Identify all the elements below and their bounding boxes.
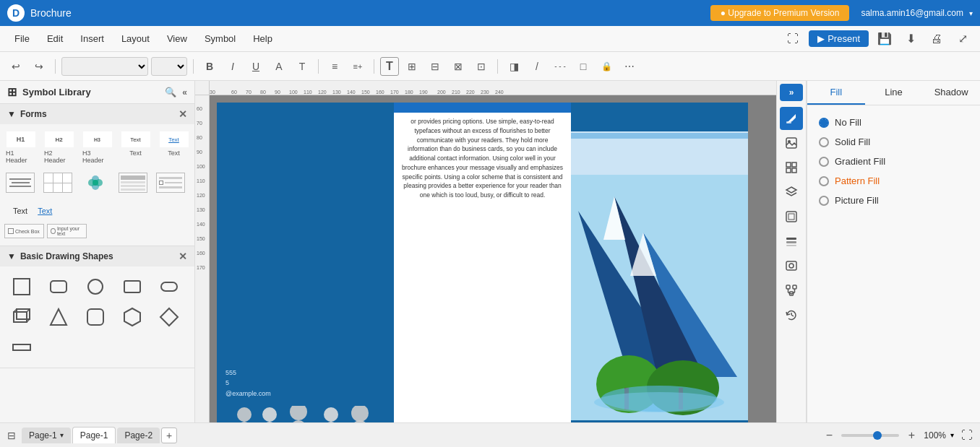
shape-diamond[interactable] — [155, 304, 184, 330]
forms-close-icon[interactable]: ✕ — [179, 108, 187, 120]
text-format-button[interactable]: ≡+ — [348, 56, 368, 77]
form-text[interactable]: Text Text — [118, 129, 153, 167]
user-menu-chevron[interactable]: ▾ — [969, 9, 973, 17]
zoom-out-button[interactable]: − — [821, 428, 837, 443]
form-image-rows[interactable] — [116, 170, 150, 196]
page-tab-chevron[interactable]: ▾ — [60, 431, 64, 439]
search-icon[interactable]: 🔍 — [165, 87, 176, 97]
form-list[interactable] — [3, 170, 38, 198]
fullscreen-expand-icon[interactable]: ⛶ — [961, 429, 973, 442]
shape-3d-rect[interactable] — [7, 304, 36, 330]
crop-button[interactable]: ⊡ — [471, 56, 491, 77]
shadow-button[interactable]: □ — [573, 56, 593, 77]
upgrade-button[interactable]: Upgrade to Premium Version — [710, 5, 850, 21]
brochure-page-right[interactable] — [571, 103, 748, 422]
photo-icon[interactable] — [780, 254, 803, 277]
form-form-prev[interactable] — [153, 170, 188, 196]
collapse-panel-icon[interactable]: « — [182, 87, 187, 97]
page-tab-page1-prev[interactable]: Page-1 ▾ — [22, 428, 71, 443]
present-button[interactable]: ▶ Present — [809, 30, 869, 47]
grid-view-icon[interactable] — [780, 156, 803, 179]
no-fill-option[interactable]: No Fill — [816, 113, 971, 132]
add-page-button[interactable]: + — [161, 428, 177, 443]
shapes-section-header[interactable]: ▼ Basic Drawing Shapes ✕ — [0, 246, 194, 266]
menu-file[interactable]: File — [7, 30, 37, 47]
zoom-chevron[interactable]: ▾ — [950, 431, 954, 439]
menu-symbol[interactable]: Symbol — [197, 30, 243, 47]
print-icon[interactable]: 🖨 — [927, 29, 947, 49]
fill-tool-icon[interactable] — [780, 107, 803, 130]
gradient-fill-radio[interactable] — [819, 157, 829, 167]
group-button[interactable]: ⊟ — [425, 56, 445, 77]
save-icon[interactable]: 💾 — [874, 29, 895, 49]
shape-rect-rounded2[interactable] — [118, 274, 147, 300]
form-h2-header[interactable]: H2 H2 Header — [41, 129, 77, 167]
arrange-button[interactable]: ⊠ — [448, 56, 468, 77]
tab-shadow[interactable]: Shadow — [922, 81, 980, 105]
shape-rounded-square[interactable] — [81, 304, 110, 330]
share-icon[interactable]: ⤢ — [953, 29, 973, 49]
shape-stadium[interactable] — [155, 274, 184, 300]
history-icon[interactable] — [780, 303, 803, 326]
menu-view[interactable]: View — [160, 30, 194, 47]
menu-edit[interactable]: Edit — [40, 30, 70, 47]
layers-icon[interactable] — [780, 181, 803, 204]
form-text-link[interactable]: Text Text — [156, 129, 192, 167]
zoom-thumb[interactable] — [873, 431, 882, 440]
image-insert-icon[interactable] — [780, 131, 803, 155]
tab-fill[interactable]: Fill — [807, 81, 865, 105]
gradient-fill-option[interactable]: Gradient Fill — [816, 152, 971, 171]
shape-circle[interactable] — [81, 274, 110, 300]
form-text-small[interactable]: Text — [10, 204, 30, 218]
fullscreen-icon[interactable]: ⛶ — [783, 29, 803, 49]
pattern-fill-radio[interactable] — [819, 176, 829, 186]
pattern-fill-option[interactable]: Pattern Fill — [816, 171, 971, 191]
shape-rounded-rect[interactable] — [44, 274, 73, 300]
font-size-selector[interactable] — [151, 57, 187, 76]
text-box-button[interactable]: T — [380, 57, 399, 76]
brochure-page-middle[interactable]: or provides pricing options. Use simple,… — [394, 103, 571, 422]
page-tab-page1-current[interactable]: Page-1 — [72, 427, 116, 443]
brochure-page-left[interactable]: 555 5 @example.com — [217, 103, 394, 422]
shape-ops-button[interactable]: ⊞ — [402, 56, 422, 77]
form-flower[interactable] — [78, 170, 113, 196]
connect-icon[interactable] — [780, 279, 803, 302]
lock-button[interactable]: 🔒 — [596, 56, 616, 77]
form-h1-header[interactable]: H1 H1 Header — [3, 129, 38, 167]
bold-button[interactable]: B — [199, 56, 220, 77]
form-h3-header[interactable]: H3 H3 Header — [79, 129, 115, 167]
tab-line[interactable]: Line — [865, 81, 923, 105]
italic-button[interactable]: I — [223, 56, 243, 77]
undo-button[interactable]: ↩ — [6, 56, 26, 77]
menu-insert[interactable]: Insert — [73, 30, 111, 47]
solid-fill-radio[interactable] — [819, 137, 829, 147]
shape-horizontal-bar[interactable] — [7, 334, 36, 360]
picture-fill-option[interactable]: Picture Fill — [816, 191, 971, 210]
menu-help[interactable]: Help — [246, 30, 280, 47]
no-fill-radio[interactable] — [819, 118, 829, 128]
shape-hexagon[interactable] — [118, 304, 147, 330]
download-icon[interactable]: ⬇ — [901, 29, 921, 49]
redo-button[interactable]: ↪ — [29, 56, 49, 77]
page-view-icon[interactable]: ⊟ — [7, 430, 16, 441]
fill-color-button[interactable]: ◨ — [504, 56, 524, 77]
canvas-content[interactable]: 555 5 @example.com — [210, 95, 776, 422]
zoom-in-button[interactable]: + — [903, 428, 919, 443]
shape-square[interactable] — [7, 274, 36, 300]
canvas-area[interactable]: 30 60 70 80 90 100 110 120 130 140 150 1… — [195, 81, 776, 422]
dash-style-button[interactable]: - - - — [550, 56, 570, 77]
underline-button[interactable]: U — [246, 56, 266, 77]
more-options-button[interactable]: ⋯ — [619, 56, 640, 77]
align-button[interactable]: ≡ — [324, 56, 345, 77]
menu-layout[interactable]: Layout — [114, 30, 157, 47]
page-tab-page2[interactable]: Page-2 — [117, 428, 160, 443]
line-style-button[interactable]: / — [527, 56, 547, 77]
stack-icon[interactable] — [780, 230, 803, 253]
form-text-link-small[interactable]: Text — [35, 204, 55, 218]
solid-fill-option[interactable]: Solid Fill — [816, 132, 971, 152]
zoom-slider[interactable] — [841, 434, 899, 437]
forms-section-header[interactable]: ▼ Forms ✕ — [0, 104, 194, 124]
font-color-button[interactable]: A — [269, 56, 289, 77]
text-transform-button[interactable]: T — [292, 56, 312, 77]
frame-icon[interactable] — [780, 205, 803, 228]
